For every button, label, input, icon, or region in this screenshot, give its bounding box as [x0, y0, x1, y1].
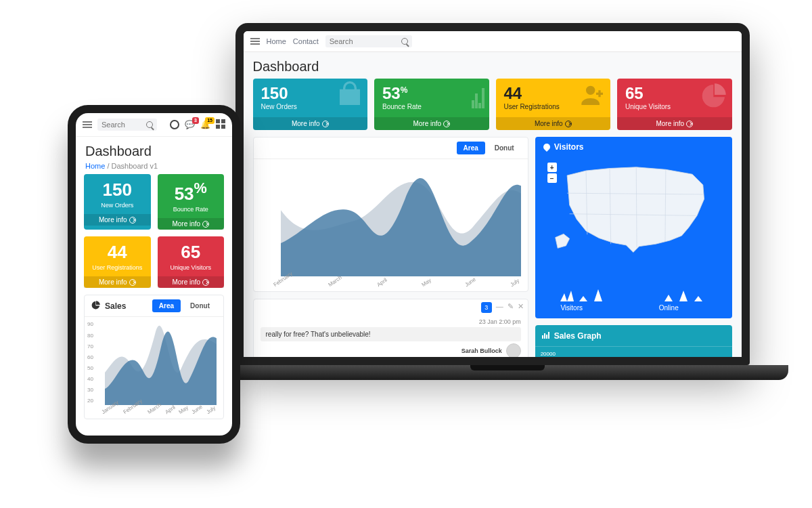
- y-tick: 40: [87, 376, 93, 382]
- msg-name: Sarah Bullock: [461, 347, 502, 354]
- stat-card-label: Unique Visitors: [617, 103, 732, 117]
- stat-cards-row: 150 New Orders More info 53% Bounce Rate…: [253, 79, 732, 130]
- laptop-device: Home Contact Dashboard 150 New Orders Mo…: [227, 23, 758, 402]
- chat-panel: 3 — ✎ ✕ 23 Jan 2:00 pm really for free? …: [253, 299, 528, 365]
- stat-card-user-registrations[interactable]: 44 User Registrations More info: [496, 79, 611, 130]
- sales-panel: Sales Area Donut 90 80 70 60 50 40 30 20: [84, 295, 224, 419]
- more-info-link[interactable]: More info: [84, 276, 151, 288]
- stat-card-bounce-rate[interactable]: 53% Bounce Rate More info: [374, 79, 489, 130]
- x-tick: March: [328, 274, 343, 288]
- arrow-circle-icon: [129, 217, 136, 224]
- stat-card-label: New Orders: [84, 202, 151, 214]
- stat-card-unique-visitors[interactable]: 65 Unique Visitors More info: [158, 236, 225, 288]
- chart-tabs: Area Donut: [457, 142, 521, 154]
- stat-card-value: 53%: [158, 174, 225, 206]
- search-box[interactable]: [97, 119, 157, 131]
- svg-rect-7: [542, 335, 543, 339]
- y-tick: 90: [87, 321, 93, 327]
- arrow-circle-icon: [565, 121, 572, 127]
- comment-icon[interactable]: ✎: [508, 302, 514, 313]
- svg-rect-10: [548, 332, 549, 339]
- search-input[interactable]: [330, 37, 397, 45]
- hamburger-icon[interactable]: [83, 121, 92, 128]
- svg-rect-20: [221, 125, 225, 129]
- nav-contact[interactable]: Contact: [293, 37, 319, 45]
- stat-card-value: 44: [84, 236, 151, 264]
- zoom-out-button[interactable]: −: [547, 173, 557, 183]
- arrow-circle-icon: [202, 221, 209, 228]
- arrow-circle-icon: [443, 121, 450, 127]
- svg-rect-18: [221, 119, 225, 123]
- more-info-link[interactable]: More info: [374, 117, 489, 130]
- stat-card-label: User Registrations: [496, 103, 611, 117]
- breadcrumb-home[interactable]: Home: [85, 162, 105, 170]
- more-info-link[interactable]: More info: [84, 214, 151, 226]
- y-tick: 20000: [541, 351, 556, 357]
- stat-card-label: Bounce Rate: [158, 206, 225, 218]
- y-tick: 20: [87, 398, 93, 404]
- x-tick: May: [178, 405, 190, 416]
- x-tick: May: [420, 277, 432, 288]
- zoom-in-button[interactable]: +: [547, 163, 557, 172]
- more-info-link[interactable]: More info: [617, 117, 732, 130]
- stat-card-new-orders[interactable]: 150 New Orders More info: [84, 174, 151, 230]
- stat-card-label: User Registrations: [84, 264, 151, 276]
- breadcrumb-current: Dashboard v1: [112, 162, 158, 170]
- search-icon[interactable]: [401, 38, 408, 45]
- tab-donut[interactable]: Donut: [183, 299, 217, 312]
- chat-count-badge[interactable]: 3: [481, 302, 492, 313]
- sparkline-online: Online: [659, 287, 706, 312]
- visitors-title: Visitors: [554, 142, 584, 152]
- more-info-link[interactable]: More info: [496, 117, 611, 130]
- visitors-sparklines: Visitors Online: [535, 282, 732, 318]
- tab-area[interactable]: Area: [457, 142, 485, 154]
- arrow-circle-icon: [322, 121, 329, 127]
- visitors-panel: Visitors + −: [535, 137, 732, 318]
- svg-rect-17: [216, 119, 220, 123]
- stat-card-unique-visitors[interactable]: 65 Unique Visitors More info: [617, 79, 732, 130]
- x-tick: April: [164, 404, 177, 416]
- globe-icon[interactable]: [170, 120, 179, 129]
- x-tick: June: [464, 276, 477, 288]
- minus-icon[interactable]: —: [496, 302, 503, 313]
- x-tick: July: [205, 405, 217, 416]
- search-input[interactable]: [102, 121, 142, 129]
- stat-card-new-orders[interactable]: 150 New Orders More info: [253, 79, 368, 130]
- sales-graph-title: Sales Graph: [554, 331, 602, 341]
- tab-area[interactable]: Area: [152, 299, 181, 312]
- visitors-map[interactable]: + −: [535, 157, 732, 282]
- x-tick: June: [191, 404, 204, 415]
- sales-graph-panel: Sales Graph 20000 10000: [535, 325, 732, 365]
- notifications-icon[interactable]: 🔔15: [200, 120, 210, 129]
- msg-time: 23 Jan 2:00 pm: [479, 318, 521, 325]
- search-box[interactable]: [325, 35, 412, 47]
- y-tick: 50: [87, 365, 93, 371]
- y-tick: 80: [87, 333, 93, 339]
- more-info-link[interactable]: More info: [253, 117, 368, 130]
- y-tick: 60: [87, 354, 93, 360]
- grid-icon[interactable]: [216, 119, 225, 131]
- arrow-circle-icon: [202, 279, 209, 286]
- sales-graph-chart: 20000 10000: [535, 347, 732, 365]
- tab-donut[interactable]: Donut: [488, 142, 521, 154]
- stat-card-bounce-rate[interactable]: 53% Bounce Rate More info: [158, 174, 225, 230]
- stat-card-label: New Orders: [253, 103, 368, 117]
- bars-icon: [542, 331, 550, 341]
- stat-card-value: 150: [84, 174, 151, 202]
- map-pin-icon: [542, 142, 551, 152]
- arrow-circle-icon: [129, 279, 136, 286]
- close-icon[interactable]: ✕: [518, 302, 524, 313]
- sparkline-visitors: Visitors: [560, 287, 608, 312]
- messages-icon[interactable]: 💬3: [185, 120, 195, 129]
- more-info-link[interactable]: More info: [158, 218, 225, 230]
- stat-card-user-registrations[interactable]: 44 User Registrations More info: [84, 236, 151, 288]
- sales-area-chart: February March April May June July: [254, 159, 528, 291]
- search-icon[interactable]: [146, 121, 153, 128]
- nav-home[interactable]: Home: [267, 37, 286, 45]
- svg-rect-8: [544, 333, 545, 339]
- sales-area-panel: Area Donut February March: [253, 137, 528, 292]
- hamburger-icon[interactable]: [250, 38, 260, 45]
- more-info-link[interactable]: More info: [158, 276, 225, 288]
- breadcrumb: Home / Dashboard v1: [85, 162, 223, 170]
- x-tick: April: [376, 277, 388, 289]
